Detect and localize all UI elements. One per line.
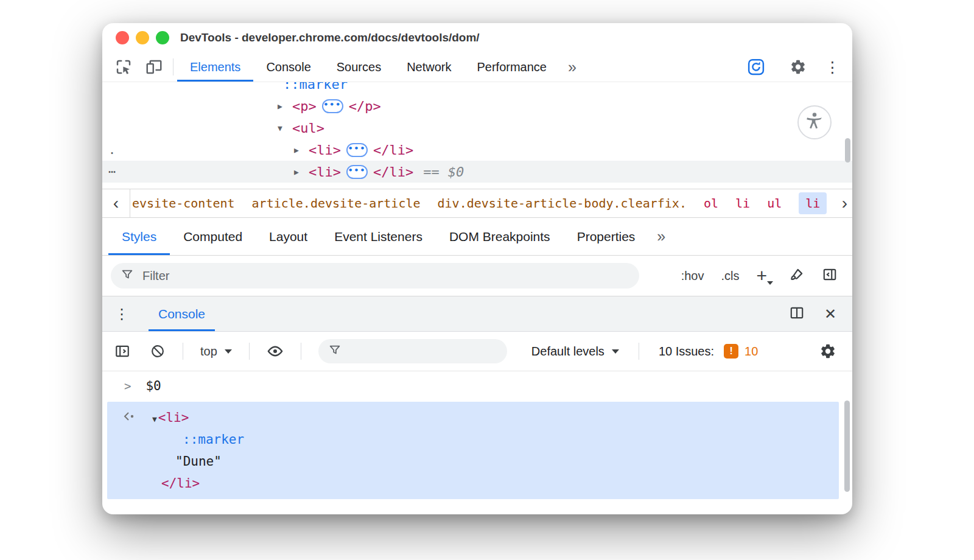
- issues-warning-icon: !: [724, 344, 738, 359]
- result-marker-line[interactable]: ::marker: [107, 429, 839, 450]
- traffic-lights: [116, 31, 169, 44]
- window-title: DevTools - developer.chrome.com/docs/dev…: [180, 31, 480, 44]
- open-tag: <p>: [292, 99, 317, 114]
- clear-console-icon[interactable]: [144, 343, 172, 359]
- dom-tree: ::marker ▶ <p> ••• </p> ▼ <ul> . ▶ <li> …: [102, 82, 852, 183]
- zoom-window-button[interactable]: [156, 31, 169, 44]
- settings-gear-icon[interactable]: [783, 58, 813, 75]
- breadcrumb-items: evsite-content article.devsite-article d…: [130, 192, 852, 214]
- filter-placeholder: Filter: [142, 269, 169, 283]
- result-node-line[interactable]: ▼<li>: [107, 407, 839, 429]
- tab-event-listeners[interactable]: Event Listeners: [321, 218, 436, 255]
- ellipsis-pill-icon[interactable]: •••: [346, 143, 368, 157]
- more-tabs-icon[interactable]: »: [559, 52, 585, 82]
- equals-sign: ==: [423, 164, 440, 180]
- open-tag: <li>: [309, 142, 341, 158]
- breadcrumb-item[interactable]: ol: [704, 196, 718, 211]
- tab-network[interactable]: Network: [394, 52, 464, 82]
- close-window-button[interactable]: [116, 31, 129, 44]
- tree-row-p[interactable]: ▶ <p> ••• </p>: [102, 95, 852, 117]
- more-style-tabs-icon[interactable]: »: [648, 218, 674, 255]
- tree-row-marker-clipped[interactable]: ::marker: [102, 82, 852, 95]
- tree-row-li-1[interactable]: . ▶ <li> ••• </li>: [102, 139, 852, 161]
- console-settings-gear-icon[interactable]: [819, 343, 846, 360]
- tab-layout-label: Layout: [269, 229, 307, 244]
- tab-properties[interactable]: Properties: [564, 218, 649, 255]
- tab-console-drawer[interactable]: Console: [149, 296, 215, 331]
- result-arrow-icon: [123, 410, 136, 425]
- dollar-zero-annotation: $0: [448, 164, 464, 180]
- result-text-line[interactable]: "Dune": [107, 450, 839, 472]
- breadcrumb-scroll-left-icon[interactable]: ‹: [102, 189, 130, 217]
- console-sidebar-icon[interactable]: [108, 343, 136, 359]
- ellipsis-pill-icon[interactable]: •••: [322, 99, 343, 113]
- breadcrumb-item-selected[interactable]: li: [799, 192, 827, 214]
- tab-performance[interactable]: Performance: [464, 52, 560, 82]
- close-drawer-icon[interactable]: ✕: [824, 306, 836, 323]
- console-scrollbar[interactable]: [844, 401, 850, 492]
- open-tag: <li>: [158, 410, 189, 425]
- tab-elements[interactable]: Elements: [177, 52, 253, 82]
- live-expression-eye-icon[interactable]: [261, 343, 290, 360]
- result-close-line[interactable]: </li>: [107, 472, 839, 494]
- breadcrumb-item[interactable]: div.devsite-article-body.clearfix.: [438, 196, 687, 211]
- dock-sidebar-icon[interactable]: [822, 267, 838, 285]
- log-levels-selector[interactable]: Default levels: [523, 345, 628, 359]
- device-toolbar-icon[interactable]: [139, 52, 169, 82]
- chevron-down-icon: [225, 349, 232, 354]
- close-tag: </li>: [161, 476, 200, 491]
- filter-funnel-icon: [328, 343, 342, 359]
- tab-styles[interactable]: Styles: [108, 218, 170, 255]
- prompt-chevron-icon: >: [124, 379, 131, 393]
- tab-layout[interactable]: Layout: [256, 218, 321, 255]
- breadcrumb-item[interactable]: evsite-content: [132, 196, 235, 211]
- breadcrumb-item[interactable]: ul: [767, 196, 782, 211]
- tab-dom-breakpoints[interactable]: DOM Breakpoints: [436, 218, 564, 255]
- toggle-hover-state-button[interactable]: :hov: [681, 269, 704, 283]
- pseudo-element-label: ::marker: [183, 432, 244, 447]
- toggle-class-button[interactable]: .cls: [721, 269, 739, 283]
- console-filter-input[interactable]: [318, 339, 507, 363]
- breadcrumb-scroll-right-icon[interactable]: ›: [837, 189, 847, 217]
- minimize-window-button[interactable]: [136, 31, 149, 44]
- tab-computed-label: Computed: [183, 229, 242, 244]
- tab-elements-label: Elements: [190, 60, 240, 74]
- tab-dom-breakpoints-label: DOM Breakpoints: [449, 229, 550, 244]
- inspect-element-icon[interactable]: [108, 52, 139, 82]
- toolbar-divider: [249, 343, 250, 360]
- twisty-collapsed-icon[interactable]: ▶: [294, 167, 309, 177]
- twisty-collapsed-icon[interactable]: ▶: [278, 102, 292, 111]
- console-result-highlighted[interactable]: ▼<li> ::marker "Dune" </li>: [107, 402, 839, 499]
- console-output: > $0 ▼<li> ::marker "Dune" </li>: [102, 371, 852, 514]
- tab-performance-label: Performance: [477, 60, 547, 74]
- styles-filter-input[interactable]: Filter: [111, 263, 639, 289]
- panel-tabs: Elements Console Sources Network Perform…: [177, 52, 559, 82]
- issues-counter[interactable]: 10 Issues: ! 10: [650, 344, 758, 359]
- tree-row-ul[interactable]: ▼ <ul>: [102, 117, 852, 139]
- rendering-brush-icon[interactable]: [789, 267, 805, 285]
- new-style-rule-button[interactable]: +: [756, 265, 772, 286]
- split-panel-icon[interactable]: [789, 305, 805, 323]
- levels-label: Default levels: [531, 345, 604, 359]
- breadcrumb-item[interactable]: article.devsite-article: [252, 196, 421, 211]
- execution-context-selector[interactable]: top: [194, 345, 238, 359]
- elements-scrollbar[interactable]: [845, 138, 850, 163]
- drawer-menu-kebab-icon[interactable]: ⋮: [102, 296, 139, 331]
- accessibility-person-icon: [804, 111, 825, 135]
- breadcrumb-item[interactable]: li: [735, 196, 750, 211]
- twisty-collapsed-icon[interactable]: ▶: [294, 145, 309, 155]
- main-menu-kebab-icon[interactable]: ⋮: [825, 60, 840, 75]
- sync-extension-icon[interactable]: [741, 58, 771, 76]
- context-label: top: [200, 345, 217, 359]
- drawer-header-icons: ✕: [789, 296, 852, 331]
- console-input-echo[interactable]: > $0: [102, 373, 852, 399]
- twisty-expanded-icon[interactable]: ▼: [278, 124, 292, 133]
- tab-console[interactable]: Console: [253, 52, 323, 82]
- twisty-expanded-icon[interactable]: ▼: [152, 415, 157, 424]
- ellipsis-pill-icon[interactable]: •••: [346, 165, 368, 179]
- tree-row-li-selected[interactable]: ⋯ ▶ <li> ••• </li> == $0: [102, 161, 852, 183]
- tab-sources[interactable]: Sources: [324, 52, 394, 82]
- accessibility-overlay-button[interactable]: [797, 105, 832, 139]
- tab-computed[interactable]: Computed: [170, 218, 256, 255]
- open-tag: <li>: [309, 164, 341, 180]
